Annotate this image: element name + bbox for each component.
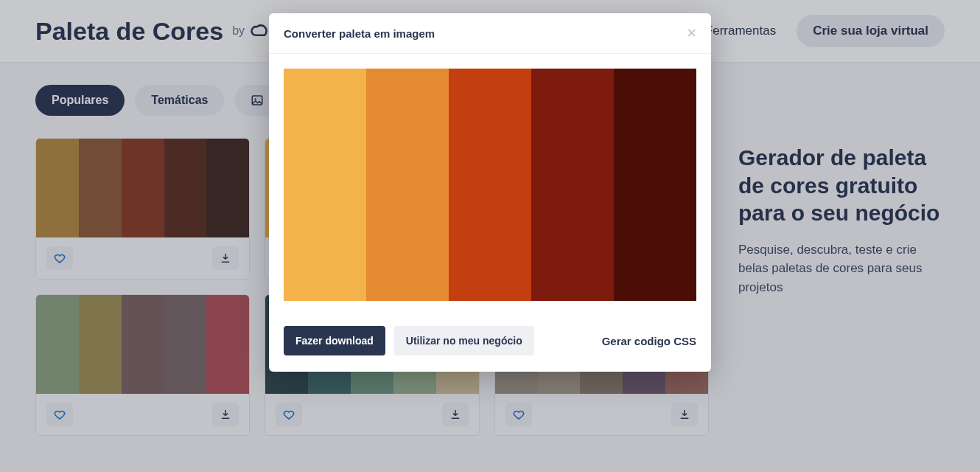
close-icon: × <box>687 24 696 42</box>
modal-palette <box>284 69 696 301</box>
modal-close-button[interactable]: × <box>687 25 696 41</box>
modal-swatch <box>366 69 449 301</box>
modal: Converter paleta em imagem × Fazer downl… <box>269 13 711 372</box>
modal-swatch <box>449 69 531 301</box>
modal-swatch <box>531 69 614 301</box>
modal-swatch <box>614 69 696 301</box>
modal-overlay[interactable]: Converter paleta em imagem × Fazer downl… <box>0 0 980 472</box>
modal-footer: Fazer download Utilizar no meu negócio G… <box>269 316 711 372</box>
use-in-business-button[interactable]: Utilizar no meu negócio <box>394 326 534 355</box>
modal-body <box>269 54 711 316</box>
modal-title: Converter paleta em imagem <box>284 27 435 40</box>
download-button[interactable]: Fazer download <box>284 326 385 355</box>
modal-header: Converter paleta em imagem × <box>269 13 711 54</box>
generate-css-link[interactable]: Gerar codigo CSS <box>602 335 696 347</box>
modal-swatch <box>284 69 366 301</box>
